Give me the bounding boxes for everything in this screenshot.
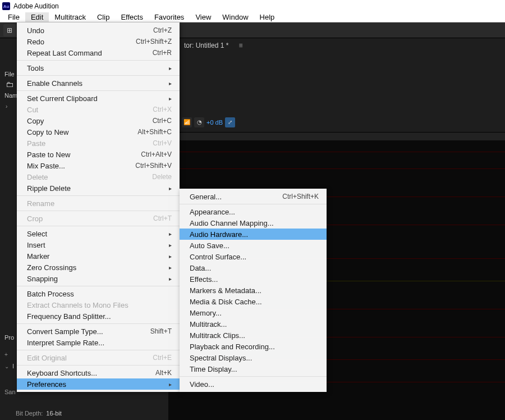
menubar-item-multitrack[interactable]: Multitrack [49,12,91,22]
edit-menu-item-keyboard-shortcuts[interactable]: Keyboard Shortcuts...Alt+K [17,367,180,378]
menubar-item-edit[interactable]: Edit [25,12,49,22]
menu-separator [17,90,180,91]
edit-menu-item-undo[interactable]: UndoCtrl+Z [17,25,180,36]
menu-item-label: Tools [27,64,44,72]
expand-icon[interactable]: ⤢ [225,117,235,127]
clock-icon[interactable]: ◔ [194,117,204,127]
menu-item-label: Paste to New [27,150,70,159]
menu-item-label: Appearance... [190,208,235,216]
menu-item-label: Data... [190,264,211,272]
menu-item-label: Cut [27,106,38,114]
properties-panel-label: Pro [4,334,14,341]
pref-menu-item-video[interactable]: Video... [180,378,327,390]
edit-menu-item-copy-to-new[interactable]: Copy to NewAlt+Shift+C [17,126,180,138]
edit-menu-item-copy[interactable]: CopyCtrl+C [17,115,180,126]
menu-separator [180,204,327,204]
menubar-item-view[interactable]: View [190,12,217,22]
pref-menu-item-multitrack[interactable]: Multitrack... [180,318,327,330]
menu-item-label: Select [27,230,47,238]
edit-menu-item-marker[interactable]: Marker▸ [17,250,180,262]
menu-item-label: Convert Sample Type... [27,327,103,336]
timeline-ruler[interactable] [168,133,505,140]
edit-menu-item-frequency-band-splitter[interactable]: Frequency Band Splitter... [17,311,180,322]
prop-label: I [12,363,14,369]
plus-icon[interactable]: + [4,351,8,358]
chevron-down-icon[interactable]: ⌄ [4,363,9,369]
sample-label: San [4,389,16,395]
edit-menu-item-batch-process[interactable]: Batch Process [17,288,180,299]
pref-menu-item-memory[interactable]: Memory... [180,307,327,318]
tab-menu-icon[interactable]: ≡ [238,42,242,49]
pref-menu-item-audio-channel-mapping[interactable]: Audio Channel Mapping... [180,217,327,229]
bitdepth-key: Bit Depth: [16,410,43,417]
pref-menu-item-control-surface[interactable]: Control Surface... [180,251,327,262]
menu-shortcut: Alt+Shift+C [137,128,172,136]
pref-menu-item-markers-metadata[interactable]: Markers & Metadata... [180,285,327,296]
pref-menu-item-general[interactable]: General...Ctrl+Shift+K [180,191,327,202]
pref-menu-item-effects[interactable]: Effects... [180,273,327,285]
edit-menu-item-tools[interactable]: Tools▸ [17,62,180,74]
wave-line [168,152,505,152]
pref-menu-item-time-display[interactable]: Time Display... [180,363,327,375]
menu-item-label: Set Current Clipboard [27,94,98,103]
pref-menu-item-auto-save[interactable]: Auto Save... [180,240,327,251]
menubar-item-favorites[interactable]: Favorites [149,12,190,22]
pref-menu-item-appearance[interactable]: Appearance... [180,206,327,217]
submenu-arrow-icon: ▸ [169,231,172,237]
menu-shortcut: Ctrl+Shift+V [135,162,172,170]
edit-menu-item-zero-crossings[interactable]: Zero Crossings▸ [17,262,180,273]
edit-menu-item-paste: PasteCtrl+V [17,138,180,149]
edit-menu: UndoCtrl+ZRedoCtrl+Shift+ZRepeat Last Co… [17,22,180,392]
menubar-item-effects[interactable]: Effects [115,12,149,22]
menu-shortcut: Ctrl+Z [153,26,172,34]
pref-menu-item-playback-and-recording[interactable]: Playback and Recording... [180,341,327,352]
pref-menu-item-spectral-displays[interactable]: Spectral Displays... [180,352,327,363]
edit-menu-item-select[interactable]: Select▸ [17,228,180,239]
edit-menu-item-paste-to-new[interactable]: Paste to NewCtrl+Alt+V [17,149,180,160]
menubar-item-file[interactable]: File [2,12,25,22]
menu-item-label: Ripple Delete [27,184,71,193]
edit-menu-item-insert[interactable]: Insert▸ [17,239,180,250]
submenu-arrow-icon: ▸ [169,65,172,71]
edit-menu-item-set-current-clipboard[interactable]: Set Current Clipboard▸ [17,93,180,104]
menu-item-label: Multitrack... [190,320,227,328]
folder-icon[interactable]: 🗀 [6,80,13,89]
edit-menu-item-snapping[interactable]: Snapping▸ [17,273,180,284]
editor-tab[interactable]: tor: Untitled 1 * [180,39,233,52]
chevron-right-icon[interactable]: › [6,103,7,109]
submenu-arrow-icon: ▸ [169,242,172,248]
menubar-item-help[interactable]: Help [254,12,281,22]
menu-item-label: Preferences [27,380,66,389]
pref-menu-item-multitrack-clips[interactable]: Multitrack Clips... [180,330,327,341]
waveform-tool-icon[interactable]: ⊞ [3,24,16,36]
db-value[interactable]: +0 dB [206,119,223,126]
menu-separator [17,286,180,286]
wave-line [168,168,505,169]
edit-menu-item-interpret-sample-rate[interactable]: Interpret Sample Rate... [17,337,180,348]
menu-separator [17,60,180,61]
edit-menu-item-preferences[interactable]: Preferences▸ [17,378,180,390]
submenu-arrow-icon: ▸ [169,185,172,191]
menu-item-label: Mix Paste... [27,162,65,170]
edit-menu-item-enable-channels[interactable]: Enable Channels▸ [17,77,180,89]
meter-icon[interactable]: 📶 [182,117,192,127]
app-title: Adobe Audition [13,2,59,10]
pref-menu-item-data[interactable]: Data... [180,262,327,273]
edit-menu-item-rename: Rename [17,198,180,209]
menubar-item-window[interactable]: Window [217,12,254,22]
edit-menu-item-mix-paste[interactable]: Mix Paste...Ctrl+Shift+V [17,160,180,171]
menu-shortcut: Ctrl+Shift+K [282,193,319,200]
pref-menu-item-media-disk-cache[interactable]: Media & Disk Cache... [180,296,327,307]
menu-item-label: Memory... [190,309,222,317]
menu-item-label: Audio Channel Mapping... [190,219,274,227]
menu-item-label: Markers & Metadata... [190,286,261,295]
edit-menu-item-redo[interactable]: RedoCtrl+Shift+Z [17,36,180,47]
edit-menu-item-extract-channels-to-mono-files: Extract Channels to Mono Files [17,299,180,311]
edit-menu-item-ripple-delete[interactable]: Ripple Delete▸ [17,182,180,194]
menu-item-label: Auto Save... [190,241,229,250]
edit-menu-item-convert-sample-type[interactable]: Convert Sample Type...Shift+T [17,326,180,337]
menu-item-label: Interpret Sample Rate... [27,339,104,347]
pref-menu-item-audio-hardware[interactable]: Audio Hardware... [180,229,327,240]
menubar-item-clip[interactable]: Clip [91,12,115,22]
edit-menu-item-repeat-last-command[interactable]: Repeat Last CommandCtrl+R [17,47,180,58]
